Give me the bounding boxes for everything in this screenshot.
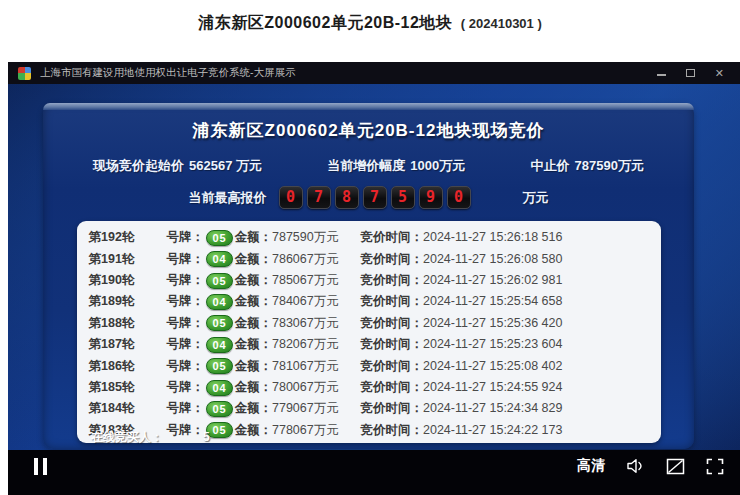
- time-label: 竞价时间：: [361, 401, 424, 415]
- player-right-controls: 高清: [577, 457, 724, 475]
- parcel-code: ( 202410301 ): [461, 16, 542, 31]
- paddle-cell: 号牌：05: [167, 272, 235, 289]
- paddle-label: 号牌：: [167, 316, 205, 330]
- paddle-label: 号牌：: [167, 337, 205, 351]
- time-label: 竞价时间：: [361, 273, 424, 287]
- time-label: 竞价时间：: [361, 230, 424, 244]
- maximize-icon[interactable]: [686, 68, 695, 79]
- amount-value: 779067万元: [272, 401, 339, 415]
- time-label: 竞价时间：: [361, 423, 424, 437]
- bid-row: 第190轮号牌：05金额：785067万元竞价时间：2024-11-27 15:…: [77, 270, 661, 291]
- paddle-cell: 号牌：04: [167, 336, 235, 353]
- paddle-cell: 号牌：05: [167, 400, 235, 417]
- time-label: 竞价时间：: [361, 252, 424, 266]
- bid-row: 第189轮号牌：04金额：784067万元竞价时间：2024-11-27 15:…: [77, 291, 661, 312]
- bid-digit: 7: [363, 186, 387, 209]
- amount-cell: 金额：786067万元: [235, 251, 361, 268]
- pause-icon[interactable]: [34, 458, 50, 475]
- amount-cell: 金额：784067万元: [235, 293, 361, 310]
- highest-bid-unit: 万元: [523, 189, 549, 207]
- fullscreen-icon[interactable]: [706, 458, 724, 475]
- time-label: 竞价时间：: [361, 380, 424, 394]
- paddle-label: 号牌：: [167, 380, 205, 394]
- amount-value: 787590万元: [272, 230, 339, 244]
- amount-label: 金额：: [235, 401, 273, 415]
- round-label: 第192轮: [89, 229, 167, 246]
- bid-digit: 0: [279, 186, 303, 209]
- volume-icon[interactable]: [626, 457, 645, 475]
- time-cell: 竞价时间：2024-11-27 15:25:08 402: [361, 358, 661, 375]
- paddle-label: 号牌：: [167, 359, 205, 373]
- paddle-badge: 04: [206, 380, 233, 396]
- amount-value: 786067万元: [272, 252, 339, 266]
- bid-digit: 9: [419, 186, 443, 209]
- time-value: 2024-11-27 15:25:36 420: [423, 316, 562, 330]
- bid-digit: 8: [335, 186, 359, 209]
- quality-button[interactable]: 高清: [577, 457, 605, 475]
- close-icon[interactable]: ✕: [715, 68, 724, 79]
- amount-cell: 金额：778067万元: [235, 422, 361, 439]
- round-label: 第187轮: [89, 336, 167, 353]
- round-label: 第188轮: [89, 315, 167, 332]
- bid-digit: 5: [391, 186, 415, 209]
- time-value: 2024-11-27 15:26:08 580: [423, 252, 562, 266]
- time-cell: 竞价时间：2024-11-27 15:24:22 173: [361, 422, 661, 439]
- time-label: 竞价时间：: [361, 337, 424, 351]
- paddle-badge: 04: [206, 337, 233, 353]
- amount-value: 785067万元: [272, 273, 339, 287]
- online-bidders: 在线竞买人：5: [91, 429, 210, 446]
- time-value: 2024-11-27 15:24:34 829: [423, 401, 562, 415]
- broadcast-screen: 浦东新区Z000602单元20B-12地块现场竞价 现场竞价起始价562567 …: [8, 84, 740, 450]
- round-label: 第186轮: [89, 358, 167, 375]
- paddle-cell: 号牌：04: [167, 293, 235, 310]
- amount-cell: 金额：781067万元: [235, 358, 361, 375]
- amount-cell: 金额：787590万元: [235, 229, 361, 246]
- round-label: 第191轮: [89, 251, 167, 268]
- bid-digit: 7: [307, 186, 331, 209]
- paddle-badge: 04: [206, 294, 233, 310]
- paddle-label: 号牌：: [167, 294, 205, 308]
- paddle-badge: 04: [206, 251, 233, 267]
- round-label: 第184轮: [89, 400, 167, 417]
- paddle-badge: 05: [206, 358, 233, 374]
- time-cell: 竞价时间：2024-11-27 15:25:36 420: [361, 315, 661, 332]
- time-value: 2024-11-27 15:25:23 604: [423, 337, 562, 351]
- time-cell: 竞价时间：2024-11-27 15:25:54 658: [361, 293, 661, 310]
- bid-row: 第192轮号牌：05金额：787590万元竞价时间：2024-11-27 15:…: [77, 227, 661, 248]
- minimize-icon[interactable]: [657, 68, 666, 79]
- page-title: 浦东新区Z000602单元20B-12地块 ( 202410301 ): [0, 13, 740, 34]
- amount-label: 金额：: [235, 337, 273, 351]
- amount-label: 金额：: [235, 273, 273, 287]
- amount-label: 金额：: [235, 294, 273, 308]
- time-cell: 竞价时间：2024-11-27 15:26:18 516: [361, 229, 661, 246]
- stop-price: 中止价787590万元: [531, 157, 644, 175]
- amount-label: 金额：: [235, 359, 273, 373]
- amount-cell: 金额：782067万元: [235, 336, 361, 353]
- app-logo-icon: [18, 67, 31, 80]
- paddle-cell: 号牌：05: [167, 315, 235, 332]
- round-label: 第190轮: [89, 272, 167, 289]
- paddle-label: 号牌：: [167, 273, 205, 287]
- time-value: 2024-11-27 15:24:22 173: [423, 423, 562, 437]
- paddle-label: 号牌：: [167, 252, 205, 266]
- highest-bid-display: 当前最高报价 0787590 万元: [43, 186, 694, 209]
- time-label: 竞价时间：: [361, 359, 424, 373]
- window-title: 上海市国有建设用地使用权出让电子竞价系统-大屏展示: [40, 66, 296, 80]
- time-label: 竞价时间：: [361, 294, 424, 308]
- amount-cell: 金额：779067万元: [235, 400, 361, 417]
- paddle-badge: 05: [206, 315, 233, 331]
- amount-value: 784067万元: [272, 294, 339, 308]
- start-price: 现场竞价起始价562567 万元: [93, 157, 262, 175]
- time-cell: 竞价时间：2024-11-27 15:24:34 829: [361, 400, 661, 417]
- time-value: 2024-11-27 15:26:02 981: [423, 273, 562, 287]
- time-cell: 竞价时间：2024-11-27 15:26:08 580: [361, 251, 661, 268]
- amount-value: 783067万元: [272, 316, 339, 330]
- paddle-cell: 号牌：04: [167, 379, 235, 396]
- paddle-cell: 号牌：04: [167, 251, 235, 268]
- paddle-cell: 号牌：05: [167, 358, 235, 375]
- auction-board: 浦东新区Z000602单元20B-12地块现场竞价 现场竞价起始价562567 …: [43, 103, 694, 449]
- paddle-badge: 05: [206, 401, 233, 417]
- time-value: 2024-11-27 15:26:18 516: [423, 230, 562, 244]
- pip-icon[interactable]: [666, 458, 685, 475]
- time-cell: 竞价时间：2024-11-27 15:24:55 924: [361, 379, 661, 396]
